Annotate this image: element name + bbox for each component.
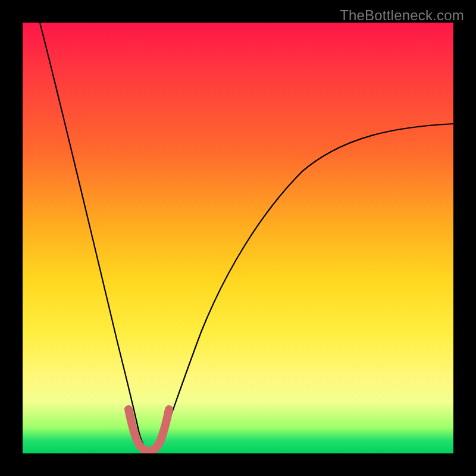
watermark-text: TheBottleneck.com — [340, 7, 464, 24]
optimal-band-marker — [129, 409, 169, 451]
curve-layer — [23, 23, 453, 453]
bottleneck-curve — [40, 23, 453, 450]
plot-area — [23, 23, 453, 453]
chart-frame: TheBottleneck.com — [0, 0, 476, 476]
